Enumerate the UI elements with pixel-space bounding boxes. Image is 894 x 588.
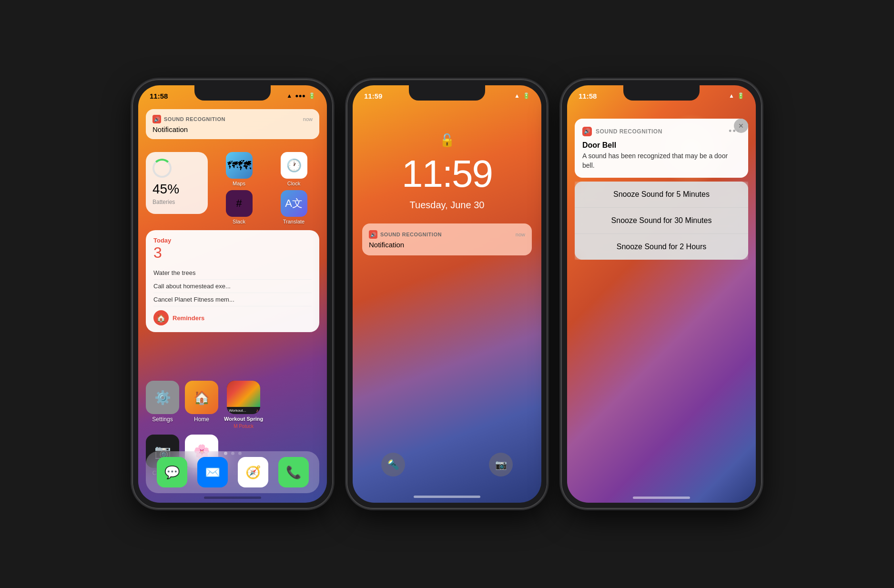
snooze-5-minutes-button[interactable]: Snooze Sound for 5 Minutes	[575, 182, 748, 207]
lock-icon: 🔓	[353, 133, 541, 148]
music-info: Workout... ♪	[227, 407, 260, 414]
notif-header-1: 🔊 SOUND RECOGNITION now	[152, 115, 313, 123]
reminders-count: 3	[153, 244, 171, 262]
reminder-item-2: Call about homestead exe...	[153, 280, 312, 293]
notif-app-name-1: SOUND RECOGNITION	[164, 116, 225, 122]
reminders-widget[interactable]: Today 3 Water the trees Call about homes…	[146, 230, 319, 332]
expanded-notif-container: ✕ 🔊 SOUND RECOGNITION ••• Door Bell A so…	[575, 119, 748, 260]
lock-notif-time: now	[516, 232, 525, 237]
snooze-5-label: Snooze Sound for 5 Minutes	[613, 190, 710, 198]
status-icons-3: ▲ 🔋	[729, 92, 744, 99]
maps-icon: 🗺	[226, 152, 253, 179]
translate-label: Translate	[283, 219, 305, 224]
safari-dock-icon[interactable]: 🧭	[238, 457, 268, 487]
notch-2	[409, 85, 485, 101]
widget-row-1: 45% Batteries 🗺 Maps	[146, 152, 319, 224]
flashlight-button[interactable]: 🔦	[381, 453, 405, 476]
close-notification-button[interactable]: ✕	[734, 119, 748, 133]
wifi-icon-2: ▲	[514, 92, 520, 99]
clock-label: Clock	[287, 181, 301, 186]
lock-notification[interactable]: 🔊 SOUND RECOGNITION now Notification	[362, 223, 532, 255]
notif-card-app-info: 🔊 SOUND RECOGNITION	[582, 127, 662, 136]
expanded-notif-bg: 11:58 ▲ 🔋 ✕ 🔊 SOUND RECOGNITIO	[567, 85, 756, 503]
settings-app[interactable]: ⚙️ Settings	[146, 381, 179, 429]
app-row-1: ⚙️ Settings 🏠 Home Workout...	[146, 381, 319, 429]
translate-icon: A文	[281, 190, 307, 217]
reminders-header: Today 3	[153, 237, 312, 262]
sound-recognition-icon-1: 🔊	[152, 115, 161, 123]
notif-card-app-name: SOUND RECOGNITION	[596, 128, 662, 135]
camera-lock-icon: 📷	[495, 459, 507, 470]
home-indicator-3	[633, 497, 690, 499]
status-time-2: 11:59	[364, 92, 382, 100]
phone3-screen: 11:58 ▲ 🔋 ✕ 🔊 SOUND RECOGNITIO	[567, 85, 756, 503]
messages-dock-icon[interactable]: 💬	[157, 457, 187, 487]
iphone-2: 11:59 ▲ 🔋 🔓 11:59 Tuesday, June 30 🔊	[347, 80, 547, 508]
battery-icon-3: 🔋	[737, 92, 744, 99]
notch-3	[623, 85, 700, 101]
maps-label: Maps	[233, 181, 245, 186]
home-indicator-1	[204, 497, 261, 499]
reminders-section-label: Reminders	[173, 314, 204, 322]
settings-icon: ⚙️	[146, 381, 179, 414]
maps-app-item[interactable]: 🗺 Maps	[213, 152, 264, 186]
status-time-1: 11:58	[150, 92, 168, 100]
app-icons-grid: 🗺 Maps 🕐 Clock	[213, 152, 319, 224]
reminder-item-3: Cancel Planet Fitness mem...	[153, 293, 312, 306]
dock-1: 💬 ✉️ 🧭 📞	[146, 451, 319, 493]
iphone-3: 11:58 ▲ 🔋 ✕ 🔊 SOUND RECOGNITIO	[561, 80, 762, 508]
mail-dock-icon[interactable]: ✉️	[197, 457, 228, 487]
phone-dock-icon[interactable]: 📞	[278, 457, 309, 487]
wifi-icon-3: ▲	[729, 92, 734, 99]
lock-date: Tuesday, June 30	[353, 200, 541, 211]
slack-app-item[interactable]: # Slack	[213, 190, 264, 224]
close-icon: ✕	[738, 122, 744, 130]
battery-circle	[152, 159, 172, 178]
reminders-day-label: Today 3	[153, 237, 171, 262]
status-time-3: 11:58	[579, 92, 597, 100]
notification-banner-1[interactable]: 🔊 SOUND RECOGNITION now Notification	[146, 109, 319, 139]
home-app[interactable]: 🏠 Home	[185, 381, 218, 429]
music-icon-container: Workout... ♪	[227, 381, 260, 414]
lock-screen-bg: 11:59 ▲ 🔋 🔓 11:59 Tuesday, June 30 🔊	[353, 85, 541, 503]
snooze-30-minutes-button[interactable]: Snooze Sound for 30 Minutes	[575, 207, 748, 233]
notif-card-app-icon: 🔊	[582, 127, 592, 136]
music-artist: M Potuck	[234, 424, 254, 429]
wifi-icon-1: ▲	[286, 92, 292, 99]
camera-lock-button[interactable]: 📷	[489, 453, 513, 476]
lock-symbol: 🔓	[439, 133, 455, 147]
lock-notif-app-name: SOUND RECOGNITION	[380, 232, 442, 237]
snooze-2-hours-button[interactable]: Snooze Sound for 2 Hours	[575, 233, 748, 260]
clock-icon: 🕐	[281, 152, 307, 179]
lock-sound-recognition-icon: 🔊	[369, 230, 377, 239]
settings-label: Settings	[152, 416, 173, 423]
phone2-screen: 11:59 ▲ 🔋 🔓 11:59 Tuesday, June 30 🔊	[353, 85, 541, 503]
notif-message-1: Notification	[152, 125, 313, 133]
translate-app-item[interactable]: A文 Translate	[268, 190, 319, 224]
lock-time: 11:59	[353, 152, 541, 196]
clock-app-item[interactable]: 🕐 Clock	[268, 152, 319, 186]
snooze-hours-label: Snooze Sound for 2 Hours	[617, 243, 707, 251]
reminders-footer: 🏠 Reminders	[153, 310, 312, 325]
notification-card: 🔊 SOUND RECOGNITION ••• Door Bell A soun…	[575, 119, 748, 178]
status-icons-1: ▲ ●●● 🔋	[286, 92, 315, 99]
home-screen-bg: 11:58 ▲ ●●● 🔋 🔊 SOUND RECOGNITION now No…	[138, 85, 327, 503]
phone1-screen: 11:58 ▲ ●●● 🔋 🔊 SOUND RECOGNITION now No…	[138, 85, 327, 503]
music-note-icon: ♪	[256, 408, 258, 413]
snooze-options-group: Snooze Sound for 5 Minutes Snooze Sound …	[575, 182, 748, 260]
reminder-item-1: Water the trees	[153, 266, 312, 280]
slack-label: Slack	[233, 219, 245, 224]
status-icons-2: ▲ 🔋	[514, 92, 530, 99]
notch	[194, 85, 271, 101]
translate-emoji: A文	[285, 196, 303, 211]
slack-icon: #	[226, 190, 253, 217]
music-app[interactable]: Workout... ♪ Workout Spring M Potuck	[224, 381, 263, 429]
batteries-label: Batteries	[152, 199, 201, 205]
lock-controls: 🔦 📷	[353, 453, 541, 476]
battery-widget[interactable]: 45% Batteries	[146, 152, 208, 214]
music-album-title: Workout Spring	[224, 416, 263, 422]
notif-time-1: now	[303, 116, 313, 122]
iphone-1: 11:58 ▲ ●●● 🔋 🔊 SOUND RECOGNITION now No…	[132, 80, 333, 508]
notif-card-header: 🔊 SOUND RECOGNITION •••	[582, 126, 741, 136]
signal-icon-1: ●●●	[295, 92, 305, 99]
